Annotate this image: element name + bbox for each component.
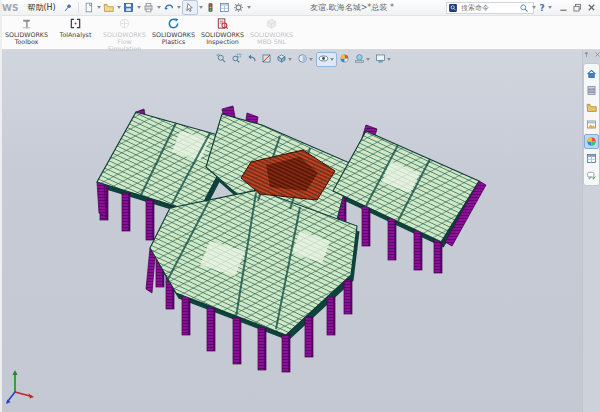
search-input[interactable] [459,3,523,13]
display-style-button[interactable] [295,52,316,67]
addin-label: SOLIDWORKS MBD SNL [247,32,296,46]
plastics-icon [167,17,180,31]
minimize-button[interactable] [556,1,570,14]
heads-up-view-toolbar [214,52,394,67]
zoom-to-area-button[interactable] [229,52,244,67]
addins-ribbon: SOLIDWORKS ToolboxTolAnalystSOLIDWORKS F… [0,15,600,50]
eye-icon [318,53,329,66]
view-settings-button[interactable] [373,52,394,67]
addin-label: SOLIDWORKS Toolbox [2,32,51,46]
toolbox-icon [20,17,33,31]
solidworks-mbd-snl-button: SOLIDWORKS MBD SNL [247,16,296,53]
open-document-button[interactable] [102,1,116,14]
print-document-dropdown-caret[interactable] [157,6,161,9]
zoomfit-icon [216,53,227,66]
edit-appearance-button[interactable] [337,52,352,67]
dispstyle-icon [297,53,308,66]
display-style-dropdown-caret[interactable] [309,58,313,61]
section-view-button[interactable] [259,52,274,67]
zoomarea-icon [231,53,242,66]
ball-icon [339,53,350,66]
solidworks-flow-simulation-button: SOLIDWORKS Flow Simulation [100,16,149,53]
new-document-dropdown-caret[interactable] [97,6,101,9]
solidworks-forum-tab[interactable] [584,168,599,183]
window-left-edge [0,0,2,412]
undo-button[interactable] [162,1,176,14]
solidworks-resources-tab[interactable] [584,66,599,81]
open-document-dropdown-caret[interactable] [117,6,121,9]
addin-label: TolAnalyst [60,32,92,39]
taskpane-close[interactable] [593,50,600,61]
custom-properties-tab[interactable] [584,151,599,166]
close-button[interactable] [584,1,598,14]
options-dropdown-caret[interactable] [247,6,251,9]
view-settings-dropdown-caret[interactable] [387,58,391,61]
apply-scene-dropdown-caret[interactable] [366,58,370,61]
appearances-scenes-tab[interactable] [584,134,599,149]
addin-label: SOLIDWORKS Flow Simulation [100,32,149,53]
menu-help[interactable]: 帮助(H) [22,2,60,13]
rebuild-button[interactable] [204,1,218,14]
inspection-icon [216,17,229,31]
prev-icon [246,53,257,66]
save-document-button[interactable] [122,1,136,14]
restore-button[interactable] [570,1,584,14]
addin-label: SOLIDWORKS Plastics [149,32,198,46]
view-palette-tab[interactable] [584,117,599,132]
design-library-tab[interactable] [584,83,599,98]
vieworient-icon [276,53,287,66]
tolanalyst-icon [69,17,82,31]
select-tool-button[interactable] [182,0,198,15]
save-document-dropdown-caret[interactable] [137,6,141,9]
previous-view-button[interactable] [244,52,259,67]
graphics-viewport[interactable] [0,49,600,412]
view-orientation-dropdown-caret[interactable] [288,58,292,61]
title-bar: WS 帮助(H) 友谊.欧海名城>*总装 * ? [0,0,600,16]
scene-icon [354,53,365,66]
mbd-icon [265,17,278,31]
print-document-button[interactable] [142,1,156,14]
solidworks-logo-fragment: WS [2,3,18,13]
new-document-button[interactable] [82,1,96,14]
model-canvas[interactable] [0,49,600,412]
pin-toolbar-icon[interactable] [61,1,75,14]
section-icon [261,53,272,66]
file-explorer-tab[interactable] [584,100,599,115]
solidworks-plastics-button[interactable]: SOLIDWORKS Plastics [149,16,198,53]
flowsim-icon [118,17,131,31]
monitor-icon [375,53,386,66]
taskpane-pin[interactable] [582,50,591,61]
search-icon[interactable] [517,1,531,14]
search-dropdown-caret[interactable] [532,6,536,9]
toolbar-separator [78,2,79,13]
task-pane [582,49,600,412]
document-title: 友谊.欧海名城>*总装 * [310,2,394,13]
hide-show-items-button[interactable] [316,52,337,67]
search-scope-icon[interactable] [448,3,458,13]
hide-show-items-dropdown-caret[interactable] [330,58,334,61]
undo-dropdown-caret[interactable] [177,6,181,9]
solidworks-inspection-button[interactable]: SOLIDWORKS Inspection [198,16,247,53]
zoom-to-fit-button[interactable] [214,52,229,67]
addin-label: SOLIDWORKS Inspection [198,32,247,46]
solidworks-toolbox-button[interactable]: SOLIDWORKS Toolbox [2,16,51,53]
select-tool-dropdown-caret[interactable] [199,6,203,9]
tolanalyst-button[interactable]: TolAnalyst [51,16,100,53]
options-button[interactable] [232,1,246,14]
view-orientation-button[interactable] [274,52,295,67]
help-icon[interactable]: ? [537,1,547,14]
apply-scene-button[interactable] [352,52,373,67]
help-dropdown-caret[interactable] [548,6,552,9]
reference-triad [3,362,45,406]
file-properties-button[interactable] [218,1,232,14]
